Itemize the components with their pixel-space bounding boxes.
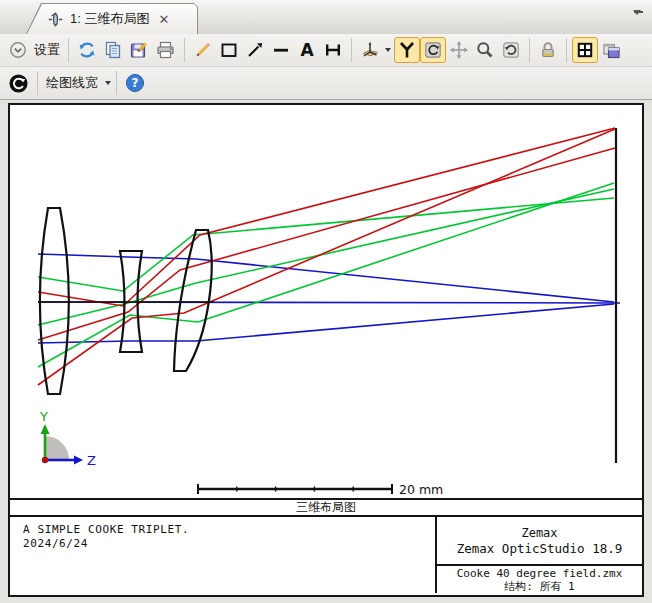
notes-box: A SIMPLE COOKE TRIPLET. 2024/6/24 (10, 517, 437, 593)
linewidth-label[interactable]: 绘图线宽 (43, 74, 101, 92)
lock-icon (538, 40, 558, 60)
copy-icon (103, 40, 123, 60)
svg-text:?: ? (132, 76, 139, 90)
settings-label[interactable]: 设置 (31, 41, 63, 59)
separator (351, 38, 352, 62)
title-block: A SIMPLE COOKE TRIPLET. 2024/6/24 Zemax … (10, 517, 642, 593)
reset-icon (8, 73, 29, 94)
pan-button[interactable] (446, 37, 472, 63)
axis-tripod-icon (397, 40, 417, 60)
help-icon: ? (125, 73, 145, 93)
axis-triad: Y Z (39, 409, 96, 468)
toolbar-primary: 设置 (0, 34, 652, 67)
text-icon: A (300, 40, 313, 60)
chevron-down-icon (385, 48, 391, 52)
axis-y-label: Y (39, 409, 48, 424)
undo-rotate-button[interactable] (498, 37, 524, 63)
separator (116, 71, 117, 95)
pencil-annotation-button[interactable] (190, 37, 216, 63)
file-box: Cooke 40 degree field.zmx 结构: 所有 1 (437, 566, 642, 593)
settings-expander-icon (9, 41, 27, 59)
rotate-icon (423, 40, 443, 60)
lens-icon (47, 11, 64, 28)
print-icon (155, 40, 176, 60)
separator (566, 38, 567, 62)
duplicate-window-button[interactable] (598, 37, 625, 63)
print-button[interactable] (152, 37, 179, 63)
pan-icon (449, 40, 469, 60)
separator (37, 71, 38, 95)
rectangle-annotation-button[interactable] (216, 37, 242, 63)
brand-line-2: Zemax OpticStudio 18.9 (437, 541, 642, 557)
separator (184, 38, 185, 62)
arrow-annotation-button[interactable] (242, 37, 268, 63)
view-3d-icon (360, 40, 381, 60)
lens-3 (174, 230, 212, 371)
settings-expander-button[interactable] (5, 37, 31, 63)
tab-close-icon[interactable]: ✕ (158, 13, 169, 26)
tab-bar: 1: 三维布局图 ✕ (0, 0, 652, 35)
tab-title: 1: 三维布局图 (70, 10, 149, 28)
line-icon (271, 40, 291, 60)
zoom-icon (475, 40, 495, 60)
undo-rotate-icon (501, 40, 521, 60)
reset-view-button[interactable] (5, 70, 32, 96)
toolbar-secondary: 绘图线宽 ? (0, 67, 652, 100)
axis-tripod-button[interactable] (394, 37, 420, 63)
brand-line-1: Zemax (437, 526, 642, 541)
text-annotation-button[interactable]: A (294, 37, 320, 63)
fit-window-button[interactable] (572, 37, 598, 63)
ray-bundle-green (38, 183, 614, 367)
rotate-button[interactable] (420, 37, 446, 63)
axis-z-label: Z (87, 453, 96, 468)
line-annotation-button[interactable] (268, 37, 294, 63)
configuration-label: 结构: 所有 1 (437, 580, 642, 593)
save-icon (129, 40, 149, 60)
help-button[interactable]: ? (122, 70, 148, 96)
zemax-layout-window: { "tab_bar": { "tab_title": "1: 三维布局图", … (0, 0, 652, 603)
rectangle-icon (219, 40, 239, 60)
copy-button[interactable] (100, 37, 126, 63)
fit-window-icon (575, 40, 595, 60)
collapse-toolbar-icon[interactable] (633, 11, 644, 22)
dimension-annotation-button[interactable] (320, 37, 346, 63)
arrow-icon (245, 40, 265, 60)
lock-button[interactable] (535, 37, 561, 63)
info-box: Zemax Zemax OpticStudio 18.9 Cooke 40 de… (437, 517, 642, 593)
brand-box: Zemax Zemax OpticStudio 18.9 (437, 517, 642, 566)
lens-1 (40, 208, 69, 394)
separator (68, 38, 69, 62)
tab-3d-layout[interactable]: 1: 三维布局图 ✕ (26, 3, 198, 34)
file-name: Cooke 40 degree field.zmx (437, 567, 642, 580)
notes-line-1: A SIMPLE COOKE TRIPLET. (23, 523, 435, 537)
plot-title: 三维布局图 (10, 498, 642, 517)
refresh-icon (77, 40, 97, 60)
refresh-button[interactable] (74, 37, 100, 63)
dimension-icon (323, 40, 343, 60)
scale-bar: 20 mm (198, 482, 443, 497)
zoom-button[interactable] (472, 37, 498, 63)
separator (529, 38, 530, 62)
pencil-icon (193, 40, 213, 60)
duplicate-window-icon (601, 40, 622, 60)
scale-label: 20 mm (399, 482, 443, 497)
layout-plot-panel: Y Z 20 mm 三维布局图 A SIMPLE COOKE TRIPLET. … (8, 103, 644, 597)
layout-canvas[interactable]: Y Z 20 mm (10, 105, 642, 498)
notes-line-2: 2024/6/24 (23, 537, 435, 551)
save-button[interactable] (126, 37, 152, 63)
view-3d-button[interactable] (357, 37, 394, 63)
chevron-down-icon[interactable] (105, 81, 111, 85)
